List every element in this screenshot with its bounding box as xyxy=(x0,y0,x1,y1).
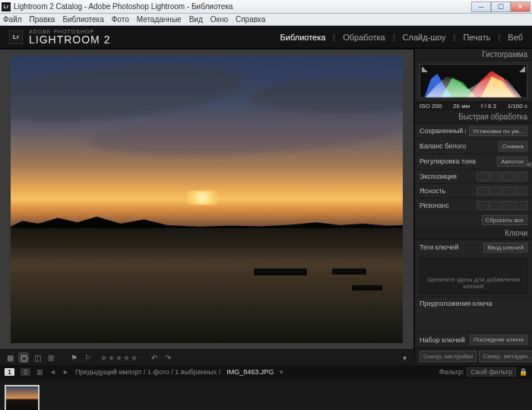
module-slideshow[interactable]: Слайд-шоу xyxy=(403,33,446,42)
vibrance-down1[interactable] xyxy=(489,201,502,210)
exposure-label: Экспозиция xyxy=(420,173,473,180)
vibrance-label: Резонанс xyxy=(420,202,473,209)
exif-focal: 26 мм xyxy=(453,103,470,110)
exif-aperture: f / 6.3 xyxy=(481,103,496,110)
vibrance-up1[interactable] xyxy=(502,201,515,210)
filmstrip[interactable] xyxy=(0,379,532,410)
menu-photo[interactable]: Фото xyxy=(112,15,129,24)
toolbar-menu-icon[interactable]: ▾ xyxy=(399,352,410,363)
module-develop[interactable]: Обработка xyxy=(343,33,385,42)
compare-view-icon[interactable]: ◫ xyxy=(32,352,43,363)
filter-label: Фильтр: xyxy=(439,368,464,376)
app-header: Lr ADOBE PHOTOSHOP LIGHTROOM 2 Библиотек… xyxy=(0,26,532,49)
window-title: Lightroom 2 Catalog - Adobe Photoshop Li… xyxy=(14,2,471,11)
vibrance-down2[interactable] xyxy=(477,201,489,210)
survey-view-icon[interactable]: ⊞ xyxy=(46,352,56,363)
view-toolbar: ▦ ▢ ◫ ⊞ ⚑ ⚐ ★★★★★ ↶ ↷ ▾ xyxy=(0,350,414,365)
module-web[interactable]: Веб xyxy=(508,33,523,42)
flag-pick-icon[interactable]: ⚑ xyxy=(68,352,79,363)
exif-iso: ISO 200 xyxy=(420,103,442,110)
current-filename: IMG_8463.JPG xyxy=(226,368,274,376)
window-titlebar: Lr Lightroom 2 Catalog - Adobe Photoshop… xyxy=(0,0,532,14)
rotate-ccw-icon[interactable]: ↶ xyxy=(149,352,160,363)
histogram-panel-header[interactable]: Гистограмма xyxy=(415,49,532,61)
module-library[interactable]: Библиотека xyxy=(280,33,326,42)
app-icon: Lr xyxy=(2,2,11,11)
quickdev-panel-header[interactable]: Быстрая обработка xyxy=(415,111,532,123)
monitor-2-badge[interactable]: 2 xyxy=(21,368,30,376)
keyword-set-label: Набор ключей xyxy=(420,336,467,344)
exif-readout: ISO 200 26 мм f / 6.3 1/160 с xyxy=(415,101,532,111)
keyword-tags-dropdown[interactable]: Ввод ключей xyxy=(483,243,527,253)
tone-label: Регулировка тона xyxy=(420,157,494,165)
menu-view[interactable]: Вид xyxy=(189,15,203,24)
rotate-cw-icon[interactable]: ↷ xyxy=(163,352,173,363)
filmstrip-infobar: 1 2 ▦ ◄ ► Предыдущий импорт / 1 фото / 1… xyxy=(0,365,532,379)
star-rating[interactable]: ★★★★★ xyxy=(100,354,138,362)
keyword-set-dropdown[interactable]: Последние ключи xyxy=(470,335,527,345)
clarity-down1[interactable] xyxy=(489,186,502,195)
clarity-down2[interactable] xyxy=(477,186,489,195)
module-picker: Библиотека| Обработка| Слайд-шоу| Печать… xyxy=(280,33,523,42)
exposure-down2[interactable] xyxy=(477,172,489,181)
preset-dropdown[interactable]: Установки по ум... xyxy=(469,126,527,136)
flag-reject-icon[interactable]: ⚐ xyxy=(82,352,93,363)
clarity-up2[interactable] xyxy=(515,186,527,195)
menu-window[interactable]: Окно xyxy=(211,15,228,24)
keyword-suggestions-area xyxy=(420,310,527,332)
clarity-label: Ясность xyxy=(420,187,473,195)
preset-label: Сохраненный пресет xyxy=(420,127,466,135)
menu-file[interactable]: Файл xyxy=(3,15,22,24)
keyword-hint: Щелкните здесь для добавления ключей xyxy=(423,276,524,290)
window-maximize-button[interactable]: ☐ xyxy=(491,2,511,12)
vibrance-up2[interactable] xyxy=(515,201,527,210)
breadcrumb-menu-icon[interactable]: ▾ xyxy=(280,368,283,376)
photo-preview xyxy=(11,56,403,343)
exposure-up1[interactable] xyxy=(502,172,515,181)
filter-dropdown[interactable]: Свой фильтр xyxy=(467,367,516,377)
os-menubar: Файл Правка Библиотека Фото Метаданные В… xyxy=(0,14,532,26)
keyword-tags-label: Теги ключей xyxy=(420,243,480,251)
right-panel-expand-icon[interactable]: ◀ xyxy=(524,152,532,175)
reset-all-button[interactable]: Сбросить все xyxy=(482,215,527,225)
histogram[interactable] xyxy=(415,61,532,101)
menu-help[interactable]: Справка xyxy=(236,15,265,24)
wb-dropdown[interactable]: Снимка xyxy=(499,141,527,151)
filmstrip-thumbnail[interactable] xyxy=(5,385,40,411)
brand-title: LIGHTROOM 2 xyxy=(29,33,110,46)
module-print[interactable]: Печать xyxy=(463,33,490,42)
menu-metadata[interactable]: Метаданные xyxy=(137,15,182,24)
loupe-view-icon[interactable]: ▢ xyxy=(18,352,29,363)
loupe-view[interactable] xyxy=(0,49,414,350)
exif-shutter: 1/160 с xyxy=(508,103,527,110)
window-close-button[interactable]: ✕ xyxy=(511,2,530,12)
menu-library[interactable]: Библиотека xyxy=(62,15,103,24)
sync-metadata-button[interactable]: Синхр. метадан... xyxy=(479,351,532,362)
breadcrumb[interactable]: Предыдущий импорт / 1 фото / 1 выбранных… xyxy=(75,368,220,376)
exposure-down1[interactable] xyxy=(489,172,502,181)
nav-fwd-icon[interactable]: ► xyxy=(62,368,69,376)
clarity-up1[interactable] xyxy=(502,186,515,195)
keyword-entry-area[interactable]: Щелкните здесь для добавления ключей xyxy=(420,258,527,294)
lightroom-logo-icon: Lr xyxy=(9,30,23,44)
keywords-panel-header[interactable]: Ключи xyxy=(415,227,532,240)
monitor-1-badge[interactable]: 1 xyxy=(5,368,14,376)
window-minimize-button[interactable]: ─ xyxy=(471,2,491,12)
sync-settings-button[interactable]: Синхр. настройки xyxy=(420,351,477,362)
nav-back-icon[interactable]: ◄ xyxy=(49,368,56,376)
grid-shortcut-icon[interactable]: ▦ xyxy=(36,368,43,376)
grid-view-icon[interactable]: ▦ xyxy=(5,352,15,363)
menu-edit[interactable]: Правка xyxy=(30,15,55,24)
right-panel: Гистограмма ISO 200 26 мм f / 6.3 1/160 … xyxy=(414,49,532,365)
autotone-button[interactable]: Автотон xyxy=(497,157,527,167)
keyword-suggestions-label: Предположения ключа xyxy=(420,300,527,307)
filter-lock-icon[interactable]: 🔒 xyxy=(519,368,527,376)
wb-label: Баланс белого xyxy=(420,142,496,150)
